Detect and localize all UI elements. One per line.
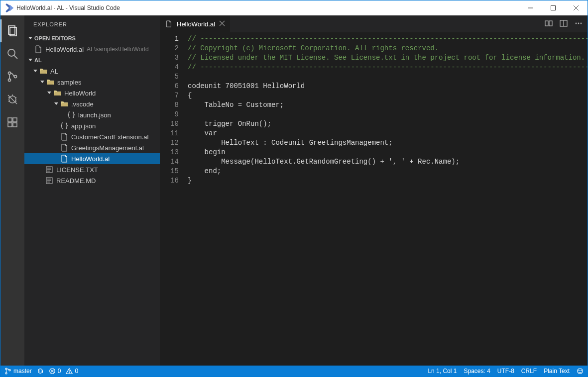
svg-rect-1 [551, 6, 556, 10]
svg-point-38 [581, 22, 582, 24]
editor-area: HelloWorld.al 12345678910111213141516 //… [160, 15, 588, 366]
svg-line-7 [14, 56, 18, 59]
window-minimize-button[interactable] [519, 0, 542, 15]
folder-open-icon [46, 78, 54, 86]
status-warnings[interactable]: 0 [66, 368, 78, 375]
status-feedback[interactable] [577, 368, 584, 375]
status-errors[interactable]: 0 [49, 368, 61, 375]
json-file-icon [67, 111, 75, 119]
file-icon [165, 20, 173, 28]
svg-rect-19 [13, 118, 17, 122]
svg-point-41 [9, 370, 10, 371]
svg-point-39 [5, 368, 7, 370]
open-editors-list: HelloWorld.al AL\samples\HelloWorld [24, 44, 160, 55]
chevron-down-icon [52, 101, 60, 106]
tree-folder-helloworld[interactable]: HelloWorld [24, 88, 160, 98]
text-file-icon [45, 166, 53, 174]
file-icon [60, 144, 68, 152]
errors-count: 0 [58, 368, 61, 375]
svg-point-8 [8, 72, 11, 75]
svg-rect-21 [13, 123, 17, 127]
statusbar: master 0 0 Ln 1, Col 1 Spaces: 4 UTF-8 C… [0, 366, 588, 377]
file-icon [34, 45, 42, 53]
tree-file-customer-card[interactable]: CustomerCardExtension.al [24, 131, 160, 142]
more-actions-icon[interactable] [575, 19, 583, 29]
svg-point-46 [69, 373, 70, 373]
chevron-down-icon [45, 91, 53, 95]
svg-point-49 [581, 370, 582, 371]
status-spaces[interactable]: Spaces: 4 [464, 368, 490, 375]
vscode-logo-icon [4, 3, 13, 12]
warnings-count: 0 [75, 368, 78, 375]
tree-label: HelloWorld [64, 90, 96, 97]
code-content[interactable]: // -------------------------------------… [187, 32, 588, 366]
tree-folder-vscode[interactable]: .vscode [24, 98, 160, 109]
folder-open-icon [39, 67, 47, 75]
tree-folder-al[interactable]: AL [24, 66, 160, 77]
folder-open-icon [53, 89, 61, 97]
tree-file-app-json[interactable]: app.json [24, 120, 160, 131]
status-sync[interactable] [37, 368, 44, 375]
split-editor-icon[interactable] [560, 19, 568, 29]
svg-rect-32 [545, 21, 548, 26]
tree-file-launch-json[interactable]: launch.json [24, 109, 160, 120]
editor-body[interactable]: 12345678910111213141516 // -------------… [160, 32, 588, 366]
svg-line-16 [8, 101, 10, 101]
explorer-activity-button[interactable] [0, 19, 24, 42]
status-encoding[interactable]: UTF-8 [497, 368, 514, 375]
tree-label: README.MD [56, 177, 96, 185]
open-editor-path: AL\samples\HelloWorld [87, 46, 149, 53]
svg-point-6 [8, 49, 15, 56]
tree-label: AL [50, 68, 58, 75]
status-language[interactable]: Plain Text [544, 368, 570, 375]
workspace-name-label: AL [34, 57, 42, 63]
compare-changes-icon[interactable] [545, 19, 553, 29]
status-branch[interactable]: master [4, 368, 32, 375]
tree-file-readme[interactable]: README.MD [24, 175, 160, 186]
svg-point-9 [8, 79, 11, 82]
tree-label: CustomerCardExtension.al [71, 133, 148, 141]
activity-bar [0, 15, 24, 366]
svg-point-40 [5, 373, 7, 374]
file-icon [60, 155, 68, 163]
line-number-gutter: 12345678910111213141516 [160, 32, 187, 366]
debug-activity-button[interactable] [0, 88, 24, 111]
tree-label: samples [57, 79, 81, 86]
open-editors-header[interactable]: OPEN EDITORS [24, 33, 160, 44]
editor-tab-actions [545, 15, 588, 32]
svg-point-10 [14, 76, 17, 78]
sidebar-explorer: EXPLORER OPEN EDITORS HelloWorld.al AL\s… [24, 15, 160, 366]
svg-line-14 [8, 97, 10, 98]
tree-label: HelloWorld.al [71, 155, 110, 163]
tree-label: .vscode [71, 100, 94, 108]
workspace-header[interactable]: AL [24, 55, 160, 66]
svg-point-37 [578, 22, 580, 24]
status-ln-col[interactable]: Ln 1, Col 1 [428, 368, 457, 375]
tree-label: app.json [71, 122, 96, 130]
folder-open-icon [60, 100, 68, 108]
tree-label: launch.json [78, 111, 111, 119]
editor-tab-active[interactable]: HelloWorld.al [160, 15, 230, 32]
tree-folder-samples[interactable]: samples [24, 77, 160, 88]
file-tree: AL samples HelloWorld .vscode [24, 66, 160, 366]
tree-file-helloworld-al[interactable]: HelloWorld.al [24, 153, 160, 164]
open-editor-name: HelloWorld.al [45, 46, 84, 53]
branch-name: master [13, 368, 32, 375]
titlebar: HelloWorld.al - AL - Visual Studio Code [0, 0, 588, 15]
source-control-activity-button[interactable] [0, 65, 24, 88]
tree-file-greetings[interactable]: GreetingsManagement.al [24, 142, 160, 153]
close-icon[interactable] [219, 20, 225, 28]
editor-tabs: HelloWorld.al [160, 15, 588, 32]
extensions-activity-button[interactable] [0, 111, 24, 134]
svg-line-17 [15, 101, 16, 101]
open-editor-item[interactable]: HelloWorld.al AL\samples\HelloWorld [24, 44, 160, 55]
tree-file-license[interactable]: LICENSE.TXT [24, 164, 160, 175]
svg-rect-20 [8, 123, 12, 127]
svg-point-36 [576, 22, 577, 24]
search-activity-button[interactable] [0, 42, 24, 65]
svg-line-15 [15, 97, 16, 98]
svg-rect-18 [8, 118, 12, 122]
status-eol[interactable]: CRLF [521, 368, 537, 375]
window-maximize-button[interactable] [542, 0, 565, 15]
window-close-button[interactable] [565, 0, 588, 15]
